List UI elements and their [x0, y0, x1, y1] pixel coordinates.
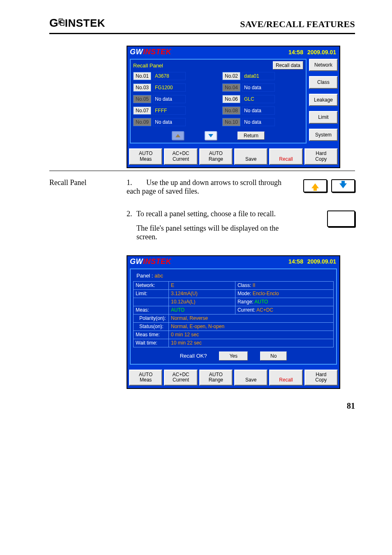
file-slot-name: No data [242, 83, 275, 92]
softkey-hardcopy[interactable]: HardCopy [304, 148, 338, 165]
return-button[interactable]: Return [238, 132, 265, 140]
step-number-1: 1. [127, 178, 136, 187]
file-slot-name: FG1200 [153, 83, 186, 92]
softkey-auto-meas-2[interactable]: AUTOMeas [129, 370, 162, 386]
lcd-date: 2009.09.01 [307, 49, 336, 56]
file-slot-number: No.10 [222, 118, 240, 126]
softkey-save[interactable]: Save [234, 148, 267, 165]
polarity-val: Normal, Reverse [169, 314, 334, 322]
page-number: 81 [49, 401, 355, 411]
recall-panel-title: Recall Panel [133, 62, 163, 69]
waittime-key: Wait time: [134, 339, 169, 347]
file-slot[interactable]: No.04No data [222, 83, 303, 92]
file-slot[interactable]: No.06GLC [222, 95, 303, 103]
file-slot[interactable]: No.01A3678 [133, 72, 214, 80]
class-cell: Class: II [235, 281, 333, 289]
softkey-auto-range-2[interactable]: AUTORange [199, 370, 233, 386]
softkey-row-2: AUTOMeas AC+DCCurrent AUTORange Save Rec… [127, 367, 339, 388]
file-slot-name: FFFF [153, 106, 186, 115]
file-slot-number: No.06 [222, 95, 240, 103]
softkey-save-2[interactable]: Save [234, 370, 267, 386]
lcd-time-2: 14:58 [288, 258, 303, 265]
page-header: G⎗INSTEK SAVE/RECALL FEATURES [49, 16, 355, 33]
lcd-date-2: 2009.09.01 [307, 258, 336, 265]
panel-label: Panel : [136, 273, 153, 279]
brand-logo: G⎗INSTEK [49, 16, 105, 30]
side-class-button[interactable]: Class [309, 76, 338, 88]
device-screen-recall-list: GWINSTEK 14:58 2009.09.01 Recall Panel R… [127, 46, 340, 168]
step-2b-text: The file's panel settings will be displa… [127, 224, 282, 241]
status-val: Normal, E-open, N-open [169, 322, 334, 331]
file-slot[interactable]: No.08No data [222, 106, 303, 115]
file-slot-number: No.03 [133, 83, 151, 92]
file-slot-number: No.01 [133, 72, 151, 80]
recall-ok-label: Recall OK? [180, 353, 207, 359]
softkey-auto-range[interactable]: AUTORange [199, 148, 233, 165]
recall-panel-box: Recall Panel Recall data No.01A3678No.02… [130, 59, 307, 143]
file-slot[interactable]: No.07FFFF [133, 106, 214, 115]
file-slot-name: data01 [242, 72, 275, 80]
polarity-key: Polarity(on): [134, 314, 169, 322]
file-slot-number: No.09 [133, 118, 151, 126]
side-leakage-button[interactable]: Leakage [309, 94, 338, 106]
header-rule [49, 33, 355, 34]
settings-table: Network: E Class: II Limit: 3.124mA(U) M… [133, 281, 334, 347]
mode-cell: Mode: Enclo-Enclo [235, 289, 333, 298]
file-slot-name: A3678 [153, 72, 186, 80]
file-slot-number: No.04 [222, 83, 240, 92]
softkey-recall-2[interactable]: Recall [269, 370, 302, 386]
file-slot-number: No.02 [222, 72, 240, 80]
file-slot-name: No data [153, 95, 186, 103]
softkey-hardcopy-2[interactable]: HardCopy [304, 370, 338, 386]
waittime-val: 10 min 22 sec [169, 339, 334, 347]
status-key: Status(on): [134, 322, 169, 331]
settings-panel: Panel : abc Network: E Class: II Limit: … [130, 268, 337, 365]
softkey-acdc-current[interactable]: AC+DCCurrent [164, 148, 197, 165]
softkey-auto-meas[interactable]: AUTOMeas [129, 148, 162, 165]
page-down-icon[interactable] [205, 131, 217, 140]
limit-l-val: 10.12uA(L) [169, 298, 235, 306]
lcd-brand-logo-2: GWINSTEK [130, 257, 171, 266]
arrow-down-icon[interactable] [331, 179, 355, 192]
file-slot-number: No.08 [222, 106, 240, 115]
yes-button[interactable]: Yes [219, 352, 248, 361]
step-1-text: Use the up and down arrows to scroll thr… [127, 178, 281, 195]
step-2-text: To recall a panel setting, choose a file… [136, 210, 276, 218]
side-system-button[interactable]: System [309, 129, 338, 141]
device-screen-panel-detail: GWINSTEK 14:58 2009.09.01 Panel : abc Ne… [127, 255, 340, 389]
network-key: Network: [134, 281, 169, 289]
file-slot[interactable]: No.05No data [133, 95, 214, 103]
limit-u-val: 3.124mA(U) [169, 289, 235, 298]
recall-data-button[interactable]: Recall data [273, 61, 303, 69]
file-slot-name: No data [153, 118, 186, 126]
limit-key-blank [134, 298, 169, 306]
step-number-2: 2. [127, 210, 136, 218]
meastime-val: 0 min 12 sec [169, 331, 334, 339]
side-network-button[interactable]: Network [309, 59, 338, 71]
softkey-recall[interactable]: Recall [269, 148, 302, 165]
separator-rule [49, 171, 355, 171]
softkey-row: AUTOMeas AC+DCCurrent AUTORange Save Rec… [127, 146, 339, 167]
file-slot[interactable]: No.03FG1200 [133, 83, 214, 92]
file-slot-name: No data [242, 118, 275, 126]
limit-key: Limit: [134, 289, 169, 298]
no-button[interactable]: No [260, 352, 287, 361]
instr-heading: Recall Panel [49, 178, 115, 187]
file-slot[interactable]: No.02data01 [222, 72, 303, 80]
file-slot[interactable]: No.09No data [133, 118, 214, 126]
section-title: SAVE/RECALL FEATURES [240, 19, 355, 30]
meas-key: Meas: [134, 306, 169, 314]
softkey-acdc-current-2[interactable]: AC+DCCurrent [164, 370, 197, 386]
lcd-brand-logo: GWINSTEK [130, 48, 171, 56]
network-val: E [169, 281, 235, 289]
arrow-up-icon[interactable] [303, 179, 327, 192]
file-slot-name: GLC [242, 95, 275, 103]
meas-val: AUTO [169, 306, 235, 314]
blank-file-button[interactable] [327, 210, 355, 227]
side-limit-button[interactable]: Limit [309, 111, 338, 123]
file-slot[interactable]: No.10No data [222, 118, 303, 126]
panel-name: abc [154, 273, 163, 279]
file-slot-number: No.05 [133, 95, 151, 103]
file-slot-number: No.07 [133, 106, 151, 115]
page-up-icon[interactable] [172, 131, 184, 140]
